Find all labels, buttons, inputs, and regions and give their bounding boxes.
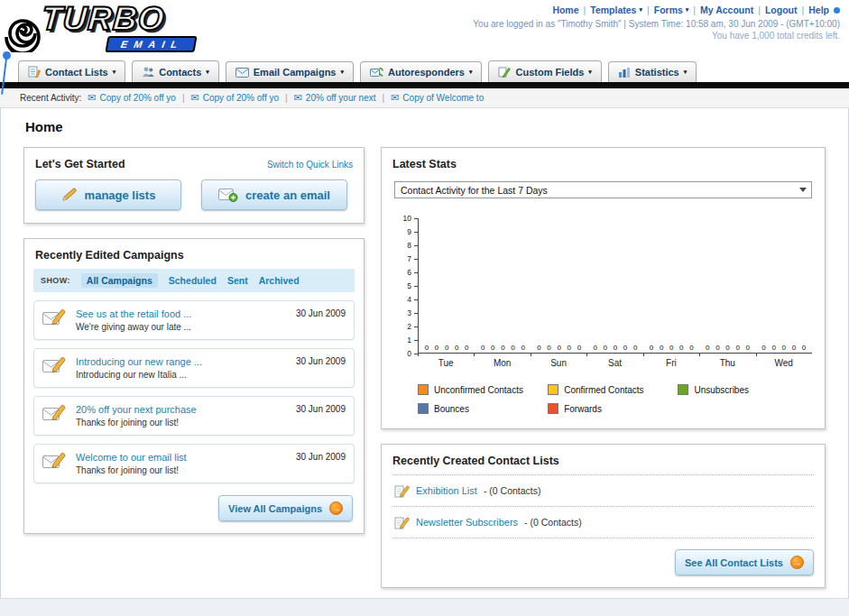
top-link-logout[interactable]: Logout xyxy=(765,5,798,15)
create-email-button[interactable]: create an email xyxy=(201,179,347,210)
filter-scheduled[interactable]: Scheduled xyxy=(169,275,217,286)
email-campaigns-icon xyxy=(235,68,249,78)
bar-value-label: 0 xyxy=(633,344,637,352)
filter-archived[interactable]: Archived xyxy=(259,275,300,286)
legend-label: Forwards xyxy=(564,404,602,414)
filter-all-campaigns[interactable]: All Campaigns xyxy=(81,273,158,288)
arrow-circle-icon: → xyxy=(329,501,343,515)
bar-value-label: 0 xyxy=(604,344,607,352)
chart-y-axis: 109876543210 xyxy=(394,218,418,354)
campaigns-panel: Recently Edited Campaigns SHOW: All Camp… xyxy=(23,238,365,534)
separator: | xyxy=(182,93,185,103)
bar-value-label: 0 xyxy=(481,344,484,352)
x-axis-label: Sun xyxy=(531,355,586,368)
tab-label: Statistics xyxy=(635,67,679,78)
campaign-filter-bar: SHOW: All Campaigns Scheduled Sent Archi… xyxy=(33,269,355,292)
top-link-templates[interactable]: Templates xyxy=(590,5,636,15)
login-info: You are logged in as "Timothy Smith" | S… xyxy=(473,19,840,29)
bar-value-label: 0 xyxy=(547,344,550,352)
bar-value-label: 0 xyxy=(660,344,663,352)
credits-info: You have 1,000 total credits left. xyxy=(473,31,840,41)
bar-group: 00000 xyxy=(699,344,755,352)
tab-autoresponders[interactable]: Autoresponders ▾ xyxy=(360,61,482,82)
bar-value-label: 0 xyxy=(735,344,739,352)
recent-activity-item: ✉ Copy of 20% off yo xyxy=(88,92,176,104)
bar-value-label: 0 xyxy=(537,344,540,352)
bar-value-label: 0 xyxy=(782,344,786,352)
list-pencil-icon xyxy=(394,515,410,529)
recent-activity-link[interactable]: Copy of Welcome to xyxy=(402,93,484,103)
campaign-row[interactable]: 20% off your next purchase Thanks for jo… xyxy=(33,396,355,436)
header: TURBO EMAIL Home | Templates ▾ | Forms ▾… xyxy=(0,0,849,58)
contact-list-row[interactable]: Newsletter Subscribers - (0 Contacts) xyxy=(392,507,814,538)
x-axis-label: Wed xyxy=(756,355,812,368)
list-pencil-icon xyxy=(394,483,410,498)
legend-item: Forwards xyxy=(548,403,678,414)
tab-custom-fields[interactable]: Custom Fields ▾ xyxy=(488,60,601,82)
x-axis-label: Tue xyxy=(418,355,474,368)
top-link-my-account[interactable]: My Account xyxy=(700,5,753,15)
legend-item: Bounces xyxy=(418,403,548,414)
recent-activity-bar: Recent Activity: ✉ Copy of 20% off yo | … xyxy=(0,88,849,108)
legend-swatch xyxy=(418,384,429,395)
recent-activity-item: ✉ Copy of Welcome to xyxy=(391,92,484,104)
contact-list-link[interactable]: Newsletter Subscribers xyxy=(416,517,518,528)
bar-group: 00000 xyxy=(531,344,587,352)
contact-list-row[interactable]: Exhibition List - (0 Contacts) xyxy=(392,475,814,507)
recent-activity-link[interactable]: Copy of 20% off yo xyxy=(100,93,176,103)
envelope-icon: ✉ xyxy=(294,92,302,104)
contact-activity-chart: 109876543210 000000000000000000000000000… xyxy=(394,218,812,354)
legend-label: Confirmed Contacts xyxy=(564,385,643,395)
campaign-subject: Introducing our new Italia ... xyxy=(76,370,202,380)
campaign-row[interactable]: Introducing our new range ... Introducin… xyxy=(33,348,355,388)
top-link-forms[interactable]: Forms xyxy=(654,5,683,15)
tab-contacts[interactable]: Contacts ▾ xyxy=(132,60,219,82)
tab-contact-lists[interactable]: Contact Lists ▾ xyxy=(18,60,125,82)
bar-value-label: 0 xyxy=(669,344,673,352)
manage-lists-button[interactable]: manage lists xyxy=(35,179,181,210)
campaign-title-link[interactable]: 20% off your next purchase xyxy=(76,404,197,415)
bar-value-label: 0 xyxy=(491,344,494,352)
bar-value-label: 0 xyxy=(802,344,806,352)
tab-email-campaigns[interactable]: Email Campaigns ▾ xyxy=(226,61,354,82)
recent-activity-link[interactable]: Copy of 20% off yo xyxy=(203,93,279,103)
bar-group: 00000 xyxy=(756,344,812,352)
bar-value-label: 0 xyxy=(650,344,653,352)
chevron-down-icon: ▾ xyxy=(113,69,116,76)
stats-period-select[interactable]: Contact Activity for the Last 7 Days xyxy=(394,181,812,198)
recent-activity-link[interactable]: 20% off your next xyxy=(306,93,376,103)
campaign-row[interactable]: Welcome to our email list Thanks for joi… xyxy=(33,444,355,483)
campaign-row[interactable]: See us at the retail food ... We're givi… xyxy=(33,300,355,340)
campaign-date: 30 Jun 2009 xyxy=(296,404,346,414)
bar-value-label: 0 xyxy=(706,344,709,352)
contact-list-link[interactable]: Exhibition List xyxy=(416,485,477,496)
bar-value-label: 0 xyxy=(725,344,729,352)
bar-value-label: 0 xyxy=(445,344,448,352)
switch-quick-links-link[interactable]: Switch to Quick Links xyxy=(267,160,353,170)
top-link-home[interactable]: Home xyxy=(552,5,578,15)
view-all-campaigns-button[interactable]: View All Campaigns → xyxy=(218,495,353,521)
separator: | xyxy=(285,93,288,103)
chevron-down-icon: ▾ xyxy=(588,69,592,76)
separator: | xyxy=(758,5,761,15)
top-link-help[interactable]: Help xyxy=(808,5,829,15)
bar-group: 00000 xyxy=(419,344,475,352)
tab-statistics[interactable]: Statistics ▾ xyxy=(608,61,697,82)
logo-subtitle: EMAIL xyxy=(105,36,197,52)
bar-value-label: 0 xyxy=(679,344,683,352)
legend-swatch xyxy=(418,403,429,414)
tab-label: Contact Lists xyxy=(45,67,108,78)
campaign-edit-icon xyxy=(42,452,68,470)
see-all-contact-lists-button[interactable]: See All Contact Lists → xyxy=(675,549,814,575)
campaign-title-link[interactable]: See us at the retail food ... xyxy=(76,308,191,319)
bar-value-label: 0 xyxy=(761,344,765,352)
campaign-title-link[interactable]: Welcome to our email list xyxy=(76,452,187,463)
nav-divider-bar xyxy=(0,82,849,88)
bar-value-label: 0 xyxy=(689,344,693,352)
filter-sent[interactable]: Sent xyxy=(227,275,248,286)
footer-band xyxy=(0,598,849,616)
manage-lists-label: manage lists xyxy=(85,188,156,202)
campaign-title-link[interactable]: Introducing our new range ... xyxy=(76,356,202,367)
chevron-down-icon: ▾ xyxy=(686,6,689,14)
envelope-icon: ✉ xyxy=(391,92,399,104)
